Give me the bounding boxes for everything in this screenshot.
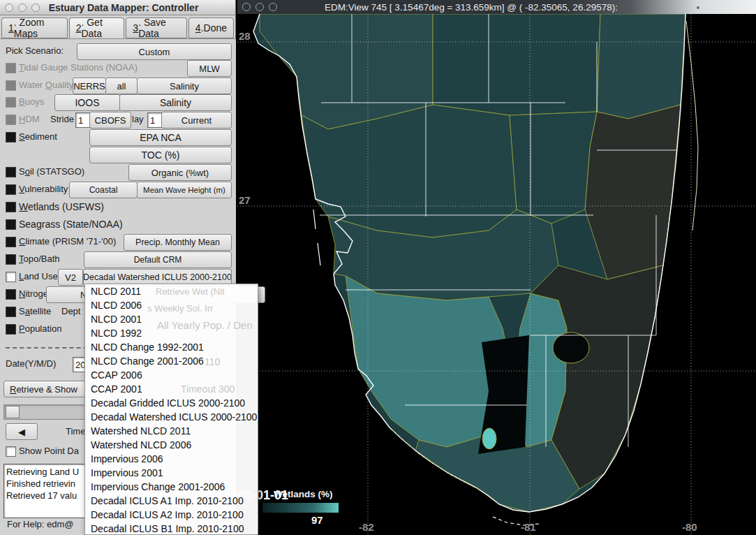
lat-label-28: 28 — [239, 30, 251, 42]
hdm-current-button[interactable]: Current — [161, 112, 232, 129]
minimize-icon[interactable] — [255, 3, 264, 11]
water-quality-label: Water Quality — [19, 80, 73, 90]
menu-item[interactable]: Impervious Change 2001-2006 — [85, 480, 258, 494]
buoys-checkbox[interactable] — [6, 97, 16, 108]
menu-item[interactable]: Watershed NLCD 2006 — [85, 438, 258, 452]
tab-get-data[interactable]: 2. Get Data — [69, 17, 125, 38]
satellite-depth-label: Dept — [61, 306, 80, 316]
tab-bar: 1. Zoom Maps 2. Get Data 3. Save Data 4.… — [1, 17, 235, 38]
tab-save-data[interactable]: 3. Save Data — [126, 17, 187, 38]
menu-item[interactable]: NLCD Change 1992-2001 — [85, 340, 258, 354]
menu-item[interactable]: CCAP 2001 — [85, 382, 258, 396]
ioos-button[interactable]: IOOS — [54, 94, 120, 111]
lon-label-81: -81 — [521, 521, 536, 533]
tab-done[interactable]: 4.Done — [188, 17, 234, 38]
hdm-row: HDM Stride 1 CBOFS lay 1 Current — [0, 111, 236, 128]
menu-item[interactable]: CCAP 2006 — [85, 368, 258, 382]
scenario-button[interactable]: Custom — [77, 43, 232, 60]
vulnerability-checkbox[interactable] — [6, 184, 16, 195]
sediment-checkbox[interactable] — [6, 132, 16, 142]
climate-label: Climate (PRISM '71-'00) — [19, 236, 116, 247]
seagrass-checkbox[interactable] — [6, 219, 16, 230]
topo-label: Topo/Bath — [19, 254, 60, 264]
population-checkbox[interactable] — [6, 324, 16, 335]
topo-checkbox[interactable] — [6, 254, 16, 265]
menu-item[interactable]: NLCD 1992 — [85, 326, 258, 340]
zoom-icon[interactable] — [31, 3, 40, 12]
titlebar-dot-icon — [697, 6, 699, 9]
soil-row: Soil (STATSGO) Organic (%wt) — [0, 163, 236, 180]
map-window-controls — [242, 3, 277, 11]
lon-label-80: -80 — [682, 521, 697, 533]
lay-label: lay — [132, 114, 144, 124]
vulnerability-label: Vulnerability — [19, 184, 68, 194]
toc-button[interactable]: TOC (%) — [89, 147, 232, 163]
soil-label: Soil (STATSGO) — [19, 166, 84, 177]
tidal-gauge-checkbox[interactable] — [6, 63, 16, 73]
tab-label: . Save Data — [138, 17, 180, 39]
climate-checkbox[interactable] — [6, 237, 16, 247]
menu-item[interactable]: NLCD 2001 — [85, 312, 258, 326]
hdm-label: HDM — [19, 114, 40, 124]
epa-nca-button[interactable]: EPA NCA — [89, 129, 232, 146]
nitrogen-checkbox[interactable] — [6, 289, 16, 300]
menu-item[interactable]: Impervious 2001 — [85, 466, 258, 480]
landuse-checkbox[interactable] — [6, 272, 16, 282]
menu-item[interactable]: Decadal ICLUS A2 Imp. 2010-2100 — [85, 508, 258, 522]
timestep-back-button[interactable]: ◀ — [6, 423, 38, 440]
help-text: For Help: edm@ — [7, 519, 74, 529]
wave-height-button[interactable]: Mean Wave Height (m) — [137, 182, 232, 198]
legend-gradient-bar — [262, 503, 339, 513]
buoys-label: Buoys — [19, 96, 44, 107]
water-quality-row: Water Quality NERRS all Salinity — [0, 77, 236, 94]
menu-item[interactable]: NLCD 2011 — [85, 284, 258, 298]
stride-label: Stride — [50, 114, 74, 124]
tab-zoom-maps[interactable]: 1. Zoom Maps — [1, 17, 68, 38]
menu-item[interactable]: Watershed NLCD 2011 — [85, 424, 258, 438]
tab-label: .Done — [201, 22, 227, 34]
map-titlebar: EDM:View 745 [ 3.15467deg = 313.659km] @… — [237, 0, 756, 14]
menu-item[interactable]: Impervious 2006 — [85, 452, 258, 466]
menu-item[interactable]: Decadal ICLUS A1 Imp. 2010-2100 — [85, 494, 258, 508]
tidal-gauge-label: Tidal Gauge Stations (NOAA) — [19, 62, 138, 73]
minimize-icon[interactable] — [18, 3, 27, 12]
close-icon[interactable] — [5, 3, 13, 12]
map-canvas[interactable]: 28 27 -82 -81 -80 — [237, 14, 756, 535]
wetlands-checkbox[interactable] — [6, 202, 16, 212]
soil-checkbox[interactable] — [6, 167, 16, 177]
topo-row: Topo/Bath Default CRM — [0, 251, 236, 268]
lake-okeechobee — [553, 332, 589, 363]
menu-item[interactable]: Decadal Watershed ICLUS 2000-2100 — [85, 410, 258, 424]
tab-mnemonic: 3 — [133, 22, 138, 34]
menu-item[interactable]: NLCD 2006 — [85, 298, 258, 312]
close-icon[interactable] — [242, 3, 251, 11]
satellite-checkbox[interactable] — [6, 307, 16, 317]
show-point-checkbox[interactable] — [6, 446, 16, 457]
wq-salinity-button[interactable]: Salinity — [137, 78, 232, 94]
slider-handle[interactable] — [6, 406, 20, 418]
tab-mnemonic: 1 — [8, 22, 14, 34]
mlw-button[interactable]: MLW — [187, 60, 232, 77]
water-quality-checkbox[interactable] — [6, 80, 16, 91]
tab-mnemonic: 2 — [76, 22, 82, 34]
zoom-icon[interactable] — [269, 3, 277, 11]
hdm-checkbox[interactable] — [6, 115, 16, 125]
wq-all-button[interactable]: all — [105, 78, 138, 94]
tidal-gauge-row: Tidal Gauge Stations (NOAA) MLW — [0, 59, 236, 76]
wetlands-row: Wetlands (USFWS) — [0, 198, 236, 215]
cbofs-button[interactable]: CBOFS — [89, 112, 131, 129]
menu-item[interactable]: Decadal Gridded ICLUS 2000-2100 — [85, 396, 258, 410]
pick-scenario-label: Pick Scenario: — [6, 45, 64, 56]
menu-item[interactable]: Decadal ICLUS B1 Imp. 2010-2100 — [85, 522, 258, 535]
landuse-v2-button[interactable]: V2 — [58, 269, 83, 286]
precip-button[interactable]: Precip. Monthly Mean — [124, 234, 232, 251]
coastal-button[interactable]: Coastal — [69, 182, 138, 198]
nerrs-button[interactable]: NERRS — [73, 78, 106, 94]
buoys-salinity-button[interactable]: Salinity — [119, 94, 232, 111]
landuse-row: Land Use V2 Decadal Watershed ICLUS 2000… — [0, 268, 236, 285]
organic-button[interactable]: Organic (%wt) — [128, 164, 232, 181]
climate-row: Climate (PRISM '71-'00) Precip. Monthly … — [0, 233, 236, 250]
crm-button[interactable]: Default CRM — [84, 251, 232, 268]
menu-item[interactable]: NLCD Change 2001-2006 — [85, 354, 258, 368]
pick-scenario-row: Pick Scenario: Custom — [0, 43, 236, 59]
